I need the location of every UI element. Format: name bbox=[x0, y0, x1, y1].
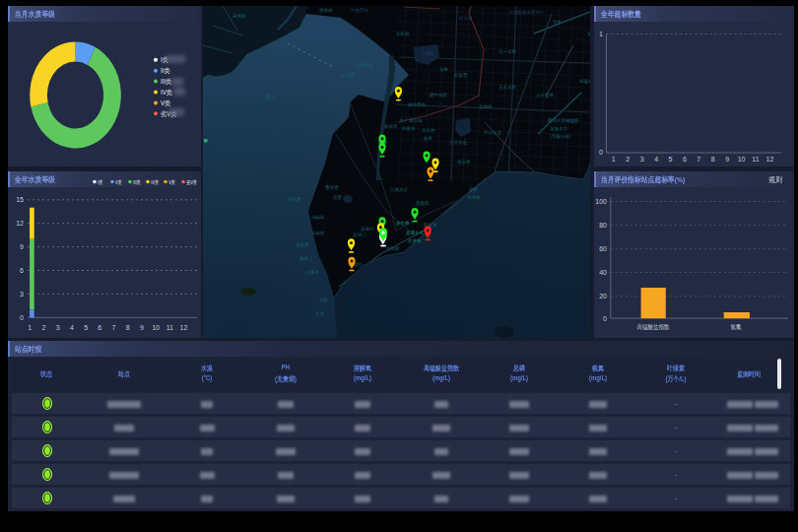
svg-text:0: 0 bbox=[603, 315, 607, 322]
svg-text:小溪渚: 小溪渚 bbox=[305, 269, 319, 275]
svg-text:薛家里: 薛家里 bbox=[424, 223, 437, 228]
svg-text:80: 80 bbox=[599, 222, 607, 229]
svg-text:4: 4 bbox=[654, 156, 658, 163]
svg-text:吴塘门: 吴塘门 bbox=[353, 233, 366, 237]
svg-text:7: 7 bbox=[697, 156, 700, 163]
svg-text:南泉上: 南泉上 bbox=[299, 256, 313, 261]
svg-text:滨湖区: 滨湖区 bbox=[422, 50, 435, 56]
svg-text:0: 0 bbox=[20, 314, 24, 321]
svg-text:沈家: 沈家 bbox=[319, 298, 329, 302]
svg-text:九龙: 九龙 bbox=[315, 311, 325, 316]
svg-text:重垛里: 重垛里 bbox=[325, 184, 339, 190]
svg-text:周新苑: 周新苑 bbox=[416, 201, 430, 206]
svg-text:IV类: IV类 bbox=[161, 89, 172, 96]
svg-text:祝塘桥: 祝塘桥 bbox=[467, 195, 481, 200]
svg-text:立信大道: 立信大道 bbox=[449, 140, 468, 145]
svg-text:III类: III类 bbox=[133, 179, 140, 185]
svg-text:吴建圩: 吴建圩 bbox=[361, 227, 374, 232]
svg-text:郑家景: 郑家景 bbox=[454, 73, 468, 78]
svg-text:3: 3 bbox=[20, 291, 24, 298]
svg-text:12: 12 bbox=[180, 324, 188, 331]
svg-text:石塘桥: 石塘桥 bbox=[233, 13, 246, 19]
svg-text:100: 100 bbox=[595, 198, 607, 205]
svg-text:中南西路: 中南西路 bbox=[351, 7, 369, 13]
svg-text:(无锡分校): (无锡分校) bbox=[550, 133, 570, 139]
svg-text:吴都路: 吴都路 bbox=[479, 104, 493, 109]
svg-text:III类: III类 bbox=[161, 78, 172, 85]
svg-text:1: 1 bbox=[612, 156, 616, 163]
svg-text:查桥: 查桥 bbox=[553, 20, 563, 25]
svg-text:2: 2 bbox=[42, 324, 46, 331]
svg-text:泉桥: 泉桥 bbox=[469, 187, 479, 192]
svg-text:氨氮: 氨氮 bbox=[730, 323, 741, 331]
svg-text:江南大学: 江南大学 bbox=[390, 187, 409, 192]
svg-text:吉祥桥: 吉祥桥 bbox=[386, 246, 400, 251]
svg-text:太湖隧道: 太湖隧道 bbox=[356, 62, 374, 68]
svg-text:高锰酸盐指数: 高锰酸盐指数 bbox=[636, 323, 669, 332]
svg-text:天一大桥: 天一大桥 bbox=[499, 49, 517, 54]
svg-text:9: 9 bbox=[725, 156, 729, 163]
svg-text:0: 0 bbox=[599, 149, 603, 156]
svg-text:8: 8 bbox=[126, 324, 130, 331]
svg-text:II类: II类 bbox=[161, 67, 170, 74]
svg-text:乌岐岭: 乌岐岭 bbox=[311, 215, 325, 220]
svg-text:东绛: 东绛 bbox=[439, 67, 449, 72]
svg-text:IV类: IV类 bbox=[151, 179, 159, 185]
svg-text:板桥: 板桥 bbox=[424, 136, 433, 141]
svg-text:东蒋里: 东蒋里 bbox=[296, 242, 309, 247]
svg-text:12: 12 bbox=[766, 156, 774, 163]
svg-text:4: 4 bbox=[70, 324, 74, 331]
svg-text:20: 20 bbox=[599, 293, 607, 299]
svg-text:3: 3 bbox=[56, 324, 60, 331]
svg-text:V类: V类 bbox=[168, 179, 175, 185]
svg-text:1: 1 bbox=[599, 31, 603, 37]
svg-text:II类: II类 bbox=[115, 179, 121, 185]
svg-text:8: 8 bbox=[711, 156, 715, 163]
svg-text:9: 9 bbox=[20, 243, 24, 250]
svg-text:艺术馆: 艺术馆 bbox=[408, 238, 422, 243]
svg-text:1: 1 bbox=[28, 324, 32, 331]
svg-text:7: 7 bbox=[112, 324, 116, 331]
svg-text:渔港路: 渔港路 bbox=[319, 8, 333, 13]
svg-text:长广溪湿地: 长广溪湿地 bbox=[400, 117, 423, 123]
svg-text:五星村: 五星村 bbox=[396, 31, 410, 37]
svg-text:北庄桥: 北庄桥 bbox=[422, 128, 435, 133]
svg-text:舒生桥: 舒生桥 bbox=[396, 221, 410, 226]
svg-text:11: 11 bbox=[166, 324, 173, 331]
svg-text:大浮里: 大浮里 bbox=[341, 72, 355, 78]
svg-text:40: 40 bbox=[599, 269, 607, 276]
svg-text:9: 9 bbox=[140, 324, 144, 331]
svg-text:V类: V类 bbox=[161, 100, 171, 106]
svg-text:11: 11 bbox=[752, 156, 759, 163]
svg-text:容里: 容里 bbox=[333, 195, 343, 200]
svg-text:5: 5 bbox=[84, 324, 88, 331]
svg-text:安镇: 安镇 bbox=[587, 32, 590, 36]
svg-text:6: 6 bbox=[683, 156, 687, 163]
svg-text:园湖居: 园湖居 bbox=[384, 124, 398, 129]
svg-text:吴溪文化: 吴溪文化 bbox=[406, 230, 425, 235]
svg-text:10: 10 bbox=[738, 156, 746, 163]
svg-text:白石里: 白石里 bbox=[288, 196, 301, 202]
svg-text:劣V类: 劣V类 bbox=[186, 179, 197, 186]
svg-text:10: 10 bbox=[152, 324, 160, 331]
svg-text:2: 2 bbox=[626, 156, 630, 163]
svg-text:12: 12 bbox=[16, 220, 24, 227]
svg-text:I类: I类 bbox=[98, 179, 102, 185]
svg-text:6: 6 bbox=[98, 324, 101, 331]
svg-text:15: 15 bbox=[16, 196, 24, 203]
svg-text:樱花中国植物园: 樱花中国植物园 bbox=[547, 117, 579, 124]
svg-text:雪浪: 雪浪 bbox=[266, 95, 276, 100]
svg-text:60: 60 bbox=[599, 245, 607, 252]
svg-text:3: 3 bbox=[640, 156, 644, 163]
svg-text:天安大桥: 天安大桥 bbox=[499, 85, 517, 90]
svg-text:科普馆: 科普馆 bbox=[402, 126, 416, 131]
svg-text:高浪西路: 高浪西路 bbox=[408, 101, 427, 107]
svg-text:太湖新城体育中心: 太湖新城体育中心 bbox=[508, 9, 545, 15]
svg-text:6: 6 bbox=[20, 267, 24, 274]
svg-text:5: 5 bbox=[669, 156, 673, 163]
svg-text:东海大学: 东海大学 bbox=[550, 126, 568, 131]
svg-text:梁中地区: 梁中地区 bbox=[430, 92, 448, 98]
